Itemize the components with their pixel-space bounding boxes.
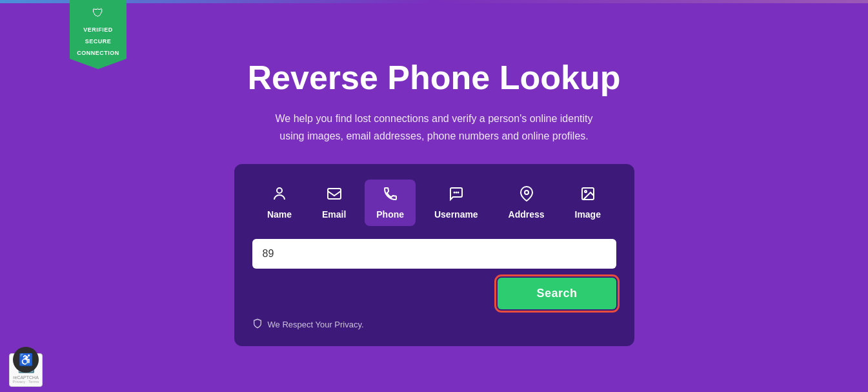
captcha-subtext: Privacy · Terms	[13, 380, 39, 384]
badge-text: VERIFIED SECURE CONNECTION	[77, 26, 119, 56]
tab-image-label: Image	[575, 209, 601, 220]
search-button[interactable]: Search	[498, 278, 616, 309]
svg-point-0	[277, 188, 282, 193]
location-icon	[519, 186, 534, 205]
shield-icon: 🛡	[75, 6, 121, 20]
person-icon	[272, 186, 287, 205]
phone-icon	[383, 186, 398, 205]
chat-icon	[449, 186, 464, 205]
accessibility-button[interactable]: ♿	[13, 347, 39, 373]
tab-phone[interactable]: Phone	[365, 180, 416, 226]
search-btn-wrapper: Search	[252, 278, 616, 309]
page-subtitle: We help you find lost connections and ve…	[273, 110, 596, 145]
tab-image[interactable]: Image	[563, 180, 612, 226]
privacy-note: We Respect Your Privacy.	[252, 318, 616, 331]
secure-badge: 🛡 VERIFIED SECURE CONNECTION	[70, 0, 126, 69]
tabs-container: Name Email Phone	[252, 180, 616, 226]
tab-address[interactable]: Address	[497, 180, 556, 226]
tab-phone-label: Phone	[376, 209, 404, 220]
main-content: Reverse Phone Lookup We help you find lo…	[0, 39, 868, 346]
tab-email[interactable]: Email	[310, 180, 358, 226]
search-input-wrapper	[252, 239, 616, 269]
privacy-shield-icon	[252, 318, 263, 331]
page-title: Reverse Phone Lookup	[248, 58, 621, 97]
phone-search-input[interactable]	[252, 239, 616, 269]
tab-name[interactable]: Name	[256, 180, 303, 226]
tab-username[interactable]: Username	[423, 180, 490, 226]
svg-point-7	[585, 191, 587, 192]
tab-email-label: Email	[322, 209, 346, 220]
tab-username-label: Username	[434, 209, 478, 220]
tab-name-label: Name	[267, 209, 292, 220]
top-accent-bar	[0, 0, 868, 3]
accessibility-icon: ♿	[19, 353, 33, 367]
svg-rect-1	[328, 189, 341, 199]
search-card: Name Email Phone	[234, 164, 634, 346]
svg-point-5	[525, 191, 529, 194]
tab-address-label: Address	[509, 209, 545, 220]
image-icon	[580, 186, 596, 205]
captcha-label: reCAPTCHA	[13, 375, 39, 380]
email-icon	[327, 186, 342, 205]
privacy-text: We Respect Your Privacy.	[268, 320, 364, 329]
